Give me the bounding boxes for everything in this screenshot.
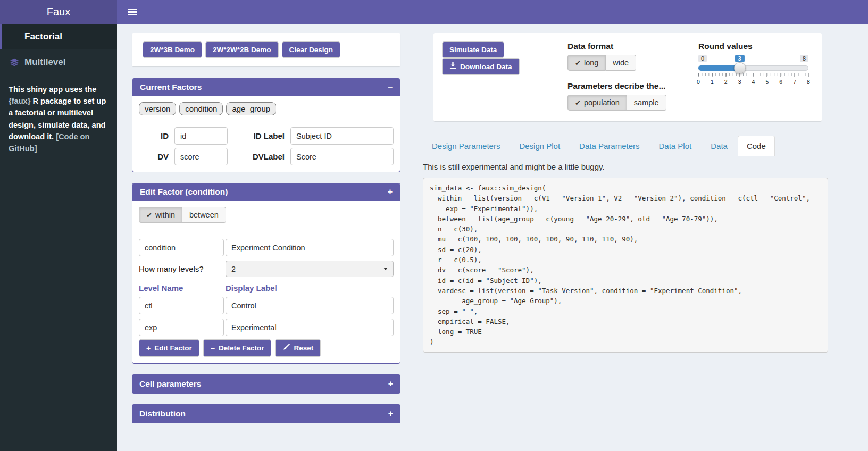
population-option[interactable]: ✔ population (567, 95, 627, 111)
round-values-label: Round values (698, 41, 813, 51)
levels-question-label: How many levels? (139, 264, 224, 273)
brush-icon (282, 344, 290, 353)
levels-select[interactable]: 2 (226, 261, 394, 277)
current-factors-header[interactable]: Current Factors − (132, 79, 400, 96)
factor-tag-age-group[interactable]: age_group (226, 102, 276, 115)
collapse-plus-icon[interactable]: + (388, 188, 393, 196)
display-label-header: Display Label (226, 283, 394, 293)
tab-data-plot[interactable]: Data Plot (650, 136, 701, 156)
tab-design-plot[interactable]: Design Plot (510, 136, 569, 156)
tick-label: 7 (793, 79, 796, 85)
id-display-label: ID Label (233, 131, 285, 140)
factor-tag-condition[interactable]: condition (179, 102, 223, 115)
sample-option[interactable]: sample (627, 95, 666, 111)
dv-display-label: DVLabel (233, 152, 285, 161)
tick-label: 1 (711, 79, 714, 85)
tick-label: 3 (738, 79, 741, 85)
current-factors-panel: Current Factors − version condition age_… (132, 78, 400, 172)
slider-value-badge: 3 (735, 55, 745, 62)
tab-design-parameters[interactable]: Design Parameters (423, 136, 509, 156)
parameters-describe-label: Parameters decribe the... (567, 81, 698, 91)
demo-buttons-card: 2W*3B Demo 2W*2W*2B Demo Clear Design (132, 33, 400, 66)
option-label: population (584, 98, 620, 107)
parameters-describe-toggle: ✔ population sample (567, 95, 666, 111)
tab-data[interactable]: Data (702, 136, 737, 156)
sidebar-item-factorial[interactable]: Factorial (0, 24, 117, 49)
levels-selected-value: 2 (231, 265, 236, 273)
simulate-data-button[interactable]: Simulate Data (442, 41, 504, 58)
grid-icon (10, 32, 19, 41)
factor-display-input[interactable] (226, 239, 394, 256)
about-text: This shiny app uses the (9, 85, 96, 94)
content-area: 2W*3B Demo 2W*2W*2B Demo Clear Design Cu… (117, 24, 868, 451)
check-icon: ✔ (575, 99, 581, 107)
clear-design-button[interactable]: Clear Design (282, 41, 341, 58)
factor-name-input[interactable] (139, 239, 224, 256)
edit-factor-header[interactable]: Edit Factor (condition) + (132, 183, 400, 201)
within-between-toggle: ✔ within between (139, 207, 226, 223)
minus-icon: − (211, 345, 215, 352)
slider-max-badge: 8 (800, 55, 808, 62)
id-display-input[interactable] (290, 127, 394, 145)
level-name-header: Level Name (139, 283, 224, 293)
tick-label: 2 (724, 79, 728, 85)
dv-display-input[interactable] (290, 148, 394, 165)
plus-icon: + (146, 345, 151, 352)
sidebar-toggle-icon[interactable] (126, 5, 139, 19)
tab-data-parameters[interactable]: Data Parameters (570, 136, 648, 156)
edit-factor-button[interactable]: + Edit Factor (139, 339, 199, 357)
between-option[interactable]: between (182, 207, 226, 223)
sidebar-item-multilevel[interactable]: Multilevel (0, 49, 117, 75)
factor-tag-version[interactable]: version (139, 102, 176, 115)
download-icon (449, 62, 456, 71)
level-label-input[interactable] (226, 319, 394, 336)
round-values-slider: 0 8 3 0 1 2 3 4 (698, 55, 808, 93)
navbar (117, 0, 868, 24)
option-label: wide (613, 59, 629, 67)
check-icon: ✔ (146, 211, 152, 219)
tab-code[interactable]: Code (738, 136, 775, 156)
level-name-input[interactable] (139, 319, 224, 336)
check-icon: ✔ (575, 59, 581, 67)
option-label: long (584, 59, 598, 67)
delete-factor-button[interactable]: − Delete Factor (203, 339, 272, 357)
download-data-button[interactable]: Download Data (442, 58, 520, 75)
slider-handle[interactable] (734, 62, 746, 74)
output-tabs: Design Parameters Design Plot Data Param… (423, 136, 828, 156)
faux-package-link[interactable]: {faux} (9, 97, 30, 105)
long-option[interactable]: ✔ long (567, 55, 606, 71)
tick-label: 6 (779, 79, 782, 85)
level-name-input[interactable] (139, 297, 224, 314)
slider-ticks: 0 1 2 3 4 5 6 7 8 (698, 73, 808, 86)
demo-2w2w2b-button[interactable]: 2W*2W*2B Demo (205, 41, 279, 58)
dv-label: DV (139, 152, 169, 161)
collapse-minus-icon[interactable]: − (388, 83, 393, 91)
level-label-input[interactable] (226, 297, 394, 314)
data-format-toggle: ✔ long wide (567, 55, 636, 71)
distribution-panel-header[interactable]: Distribution + (132, 404, 400, 423)
option-label: within (155, 211, 175, 219)
collapse-plus-icon[interactable]: + (388, 380, 393, 388)
sidebar: Factorial Multilevel This shiny app uses… (0, 24, 117, 451)
dv-input[interactable] (174, 148, 228, 165)
id-input[interactable] (174, 127, 228, 145)
within-option[interactable]: ✔ within (139, 207, 182, 223)
button-label: Edit Factor (154, 344, 192, 352)
cell-parameters-panel-header[interactable]: Cell parameters + (132, 374, 400, 394)
wide-option[interactable]: wide (606, 55, 636, 71)
data-format-label: Data format (567, 41, 698, 51)
reset-button[interactable]: Reset (275, 339, 321, 357)
factor-tag-list: version condition age_group (139, 102, 394, 115)
layers-icon (10, 57, 19, 67)
option-label: between (189, 211, 219, 219)
slider-min-badge: 0 (698, 55, 707, 62)
tick-label: 4 (752, 79, 755, 85)
panel-title: Cell parameters (139, 379, 201, 389)
experimental-note: This is still experimental and might be … (423, 162, 828, 171)
button-label: Reset (294, 344, 313, 352)
simulate-card: Simulate Data Download Data (433, 33, 822, 121)
tick-label: 5 (765, 79, 769, 85)
panel-title: Current Factors (140, 82, 202, 92)
demo-2w3b-button[interactable]: 2W*3B Demo (143, 41, 202, 58)
collapse-plus-icon[interactable]: + (388, 410, 393, 418)
